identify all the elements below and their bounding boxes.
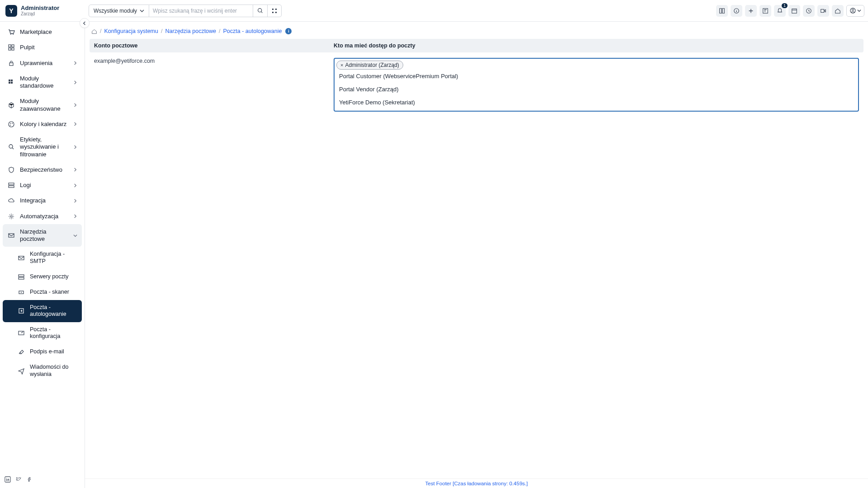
mods-icon xyxy=(7,79,15,86)
svg-rect-33 xyxy=(19,275,24,277)
svg-rect-18 xyxy=(9,63,13,66)
history-button[interactable] xyxy=(803,5,815,17)
sidebar-item-1[interactable]: Pulpit xyxy=(3,40,82,55)
svg-rect-20 xyxy=(11,80,13,81)
search-input[interactable] xyxy=(149,5,253,17)
info-badge-icon[interactable]: i xyxy=(285,28,292,34)
calendar-icon xyxy=(791,8,797,14)
mailbox-icon xyxy=(17,254,25,262)
notifications-button[interactable]: 1 xyxy=(774,5,786,17)
video-button[interactable] xyxy=(817,5,829,17)
sidebar-item-label: Pulpit xyxy=(20,44,77,51)
breadcrumb-link-1[interactable]: Konfiguracja systemu xyxy=(104,28,158,34)
info-icon xyxy=(733,8,740,14)
sidebar-item-5[interactable]: Kolory i kalendarz xyxy=(3,117,82,132)
selected-user-label: Administrator (Zarząd) xyxy=(345,62,399,68)
svg-rect-32 xyxy=(19,256,24,260)
bell-icon xyxy=(777,8,783,14)
svg-point-0 xyxy=(258,9,262,12)
sidebar-item-4[interactable]: Moduły zaawansowane xyxy=(3,94,82,117)
sidebar-subitem-3[interactable]: Poczta - autologowanie xyxy=(3,300,82,322)
sidebar-item-label: Integracja xyxy=(20,197,69,204)
sidebar-item-6[interactable]: Etykiety, wyszukiwanie i filtrowanie xyxy=(3,132,82,162)
sidebar-item-7[interactable]: Bezpieczeństwo xyxy=(3,162,82,178)
sidebar-subitem-0[interactable]: Konfiguracja - SMTP xyxy=(3,247,82,269)
sidebar-subitem-label: Konfiguracja - SMTP xyxy=(30,251,77,265)
chevron-right-icon xyxy=(73,145,77,149)
sidebar-item-3[interactable]: Moduły standardowe xyxy=(3,71,82,94)
home-button[interactable] xyxy=(832,5,844,17)
chevron-down-icon xyxy=(73,234,77,238)
breadcrumb-link-2[interactable]: Narzędzia pocztowe xyxy=(165,28,216,34)
sidebar-collapse-button[interactable] xyxy=(80,18,90,28)
chevron-right-icon xyxy=(73,199,77,203)
sidebar-item-label: Moduły standardowe xyxy=(20,75,69,90)
sidebar-subitem-6[interactable]: Wiadomości do wysłania xyxy=(3,360,82,382)
sidebar-item-label: Kolory i kalendarz xyxy=(20,121,69,128)
login-icon xyxy=(17,307,25,314)
info-button[interactable] xyxy=(731,5,742,17)
linkedin-icon[interactable] xyxy=(5,476,11,483)
sidebar-subitem-5[interactable]: Podpis e-mail xyxy=(3,344,82,360)
sidebar-subitem-4[interactable]: Poczta - konfiguracja xyxy=(3,322,82,344)
svg-rect-16 xyxy=(9,48,11,50)
access-multiselect[interactable]: × Administrator (Zarząd) Portal Customer… xyxy=(334,58,859,112)
chevron-right-icon xyxy=(73,168,77,172)
sidebar-item-8[interactable]: Logi xyxy=(3,178,82,193)
sidebar-subitem-label: Poczta - skaner xyxy=(30,289,77,296)
chevron-right-icon xyxy=(73,122,77,126)
brand[interactable]: Y Administrator Zarząd xyxy=(4,5,85,17)
svg-rect-15 xyxy=(12,45,14,47)
facebook-icon[interactable] xyxy=(26,476,33,483)
translate-button[interactable] xyxy=(760,5,771,17)
twitter-icon[interactable] xyxy=(15,476,22,483)
module-select[interactable]: Wszystkie moduły xyxy=(89,5,149,17)
sidebar-subitem-1[interactable]: Serwery poczty xyxy=(3,269,82,285)
keyboard-shortcut-button[interactable] xyxy=(268,5,282,17)
svg-rect-29 xyxy=(9,186,14,188)
col-access-header: Kto ma mieć dostęp do poczty xyxy=(329,39,863,52)
chevron-right-icon xyxy=(73,61,77,65)
sidebar-item-2[interactable]: Uprawnienia xyxy=(3,56,82,71)
sidebar-subitem-label: Podpis e-mail xyxy=(30,348,77,356)
chevron-right-icon xyxy=(73,80,77,84)
search-button[interactable] xyxy=(253,5,268,17)
sidebar-item-0[interactable]: Marketplace xyxy=(3,24,82,40)
sidebar-item-11[interactable]: Narzędzia pocztowe xyxy=(3,224,82,247)
account-menu[interactable] xyxy=(846,5,864,17)
cube-icon xyxy=(7,102,15,109)
svg-rect-4 xyxy=(275,12,277,13)
chevron-left-icon xyxy=(83,21,87,25)
sidebar-item-label: Etykiety, wyszukiwanie i filtrowanie xyxy=(20,136,69,158)
svg-point-26 xyxy=(10,125,11,126)
chevron-right-icon xyxy=(73,103,77,107)
server-icon xyxy=(17,273,25,281)
remove-tag-icon[interactable]: × xyxy=(340,62,343,68)
chevron-down-icon xyxy=(857,9,861,13)
table-row: example@yetiforce.com × Administrator (Z… xyxy=(90,52,863,115)
svg-rect-22 xyxy=(11,82,13,84)
calendar-button[interactable] xyxy=(788,5,800,17)
sidebar-subitem-2[interactable]: Poczta - skaner xyxy=(3,285,82,300)
sidebar-item-9[interactable]: Integracja xyxy=(3,193,82,208)
svg-point-11 xyxy=(852,9,854,11)
mail-icon xyxy=(7,232,15,239)
svg-point-36 xyxy=(21,292,22,293)
multiselect-option-2[interactable]: YetiForce Demo (Sekretariat) xyxy=(336,96,856,109)
selected-user-tag: × Administrator (Zarząd) xyxy=(336,61,403,70)
sidebar-item-10[interactable]: Automatyzacja xyxy=(3,209,82,224)
breadcrumb-current[interactable]: Poczta - autologowanie xyxy=(223,28,282,34)
svg-rect-1 xyxy=(272,9,274,10)
home-icon[interactable] xyxy=(91,28,97,34)
svg-rect-34 xyxy=(19,277,24,279)
svg-point-24 xyxy=(10,123,11,124)
translate-icon xyxy=(762,8,769,14)
multiselect-option-0[interactable]: Portal Customer (WebservicePremium Porta… xyxy=(336,70,856,83)
sidebar-subitem-label: Wiadomości do wysłania xyxy=(30,364,77,378)
user-name: Administrator xyxy=(21,5,59,11)
svg-rect-14 xyxy=(9,45,11,47)
add-button[interactable] xyxy=(745,5,757,17)
book-button[interactable] xyxy=(716,5,728,17)
multiselect-option-1[interactable]: Portal Vendor (Zarząd) xyxy=(336,83,856,96)
svg-rect-17 xyxy=(12,48,14,50)
